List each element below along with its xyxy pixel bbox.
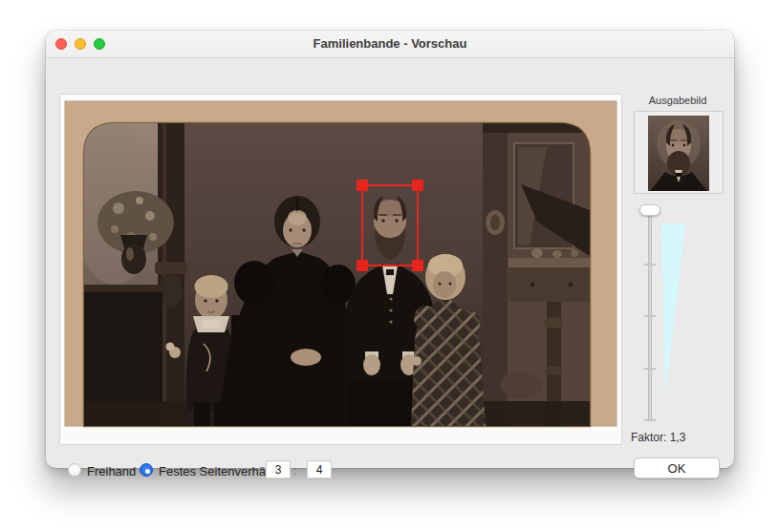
app-window: Familienbande - Vorschau [46, 31, 734, 468]
slider-handle[interactable] [639, 204, 660, 216]
ratio-separator: : [293, 463, 297, 478]
ok-button[interactable]: OK [634, 458, 720, 479]
slider-tick [644, 419, 656, 421]
crop-handle-top-right[interactable] [412, 180, 423, 191]
titlebar[interactable]: Familienbande - Vorschau [46, 31, 734, 58]
crop-handle-top-left[interactable] [357, 180, 368, 191]
freihand-radio[interactable] [68, 463, 81, 477]
family-photo [59, 94, 622, 445]
desktop: Familienbande - Vorschau [0, 0, 779, 532]
output-image-label: Ausgabebild [631, 95, 725, 106]
festes-seitenverhaeltnis-radio[interactable] [140, 463, 153, 477]
slider-tick [644, 368, 656, 370]
ratio-height-input[interactable] [307, 460, 332, 479]
factor-label: Faktor: 1,3 [631, 431, 734, 444]
slider-tick [644, 315, 656, 317]
output-image-thumbnail [648, 116, 709, 191]
photo-preview-area[interactable] [59, 94, 622, 445]
output-image-frame [634, 111, 724, 194]
crop-handle-bottom-left[interactable] [357, 260, 368, 271]
freihand-label: Freihand [87, 464, 136, 479]
dialog-content: Ausgabebild [46, 57, 734, 468]
slider-scale-wedge [661, 223, 686, 396]
ratio-width-input[interactable] [266, 460, 291, 479]
crop-handle-bottom-right[interactable] [412, 260, 423, 271]
slider-tick [644, 264, 656, 266]
window-title: Familienbande - Vorschau [46, 31, 734, 57]
